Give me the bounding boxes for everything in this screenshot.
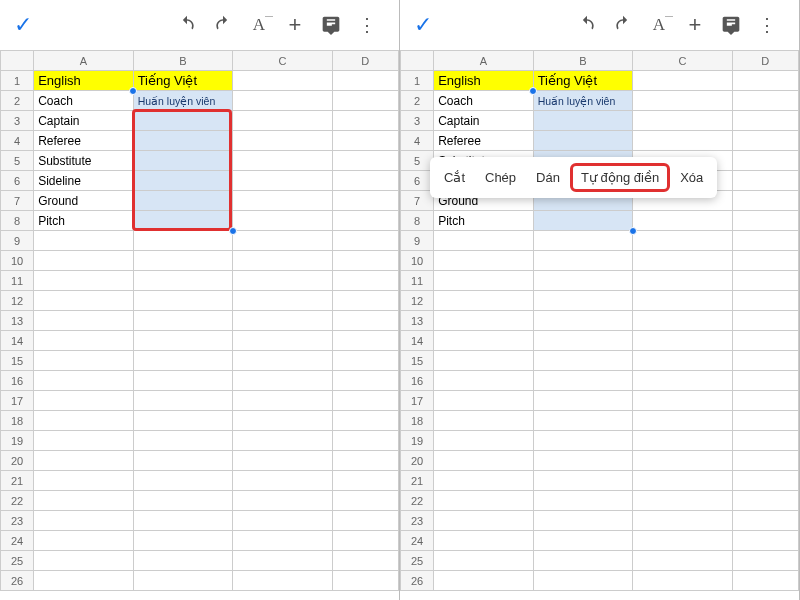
cell-D21[interactable] (332, 471, 398, 491)
cell-C5[interactable] (233, 151, 333, 171)
cell-B20[interactable] (133, 451, 233, 471)
cell-D24[interactable] (332, 531, 398, 551)
row-header[interactable]: 26 (401, 571, 434, 591)
cell-B2[interactable]: Huấn luyện viên (533, 91, 633, 111)
cell-C23[interactable] (633, 511, 733, 531)
row-header[interactable]: 4 (1, 131, 34, 151)
cell-A22[interactable] (34, 491, 134, 511)
cell-A4[interactable]: Referee (34, 131, 134, 151)
row-header[interactable]: 24 (1, 531, 34, 551)
cell-D21[interactable] (732, 471, 798, 491)
cell-A20[interactable] (434, 451, 534, 471)
column-header[interactable]: D (732, 51, 798, 71)
cell-B7[interactable] (133, 191, 233, 211)
cell-C13[interactable] (233, 311, 333, 331)
redo-icon[interactable] (605, 7, 641, 43)
comment-icon[interactable] (713, 7, 749, 43)
cell-A17[interactable] (434, 391, 534, 411)
more-icon[interactable]: ⋮ (349, 7, 385, 43)
column-header[interactable]: C (233, 51, 333, 71)
cell-D13[interactable] (732, 311, 798, 331)
cell-D26[interactable] (332, 571, 398, 591)
cell-C1[interactable] (633, 71, 733, 91)
cell-B24[interactable] (133, 531, 233, 551)
row-header[interactable]: 25 (1, 551, 34, 571)
cell-C13[interactable] (633, 311, 733, 331)
cell-B15[interactable] (533, 351, 633, 371)
cell-C22[interactable] (633, 491, 733, 511)
row-header[interactable]: 20 (1, 451, 34, 471)
cell-A22[interactable] (434, 491, 534, 511)
cell-D12[interactable] (332, 291, 398, 311)
column-header[interactable]: A (34, 51, 134, 71)
column-header[interactable]: D (332, 51, 398, 71)
cell-C3[interactable] (633, 111, 733, 131)
cell-B11[interactable] (133, 271, 233, 291)
cell-D3[interactable] (332, 111, 398, 131)
context-menu-item[interactable]: Dán (526, 164, 570, 191)
row-header[interactable]: 2 (1, 91, 34, 111)
cell-C17[interactable] (233, 391, 333, 411)
cell-D15[interactable] (332, 351, 398, 371)
cell-A17[interactable] (34, 391, 134, 411)
cell-B12[interactable] (133, 291, 233, 311)
cell-B14[interactable] (533, 331, 633, 351)
cell-A15[interactable] (34, 351, 134, 371)
row-header[interactable]: 10 (1, 251, 34, 271)
cell-B5[interactable] (133, 151, 233, 171)
cell-B9[interactable] (533, 231, 633, 251)
cell-C8[interactable] (633, 211, 733, 231)
cell-D3[interactable] (732, 111, 798, 131)
cell-D23[interactable] (332, 511, 398, 531)
context-menu-item[interactable]: Xóa (670, 164, 713, 191)
cell-A21[interactable] (34, 471, 134, 491)
cell-C25[interactable] (633, 551, 733, 571)
cell-A19[interactable] (34, 431, 134, 451)
row-header[interactable]: 25 (401, 551, 434, 571)
cell-C18[interactable] (633, 411, 733, 431)
row-header[interactable]: 4 (401, 131, 434, 151)
cell-C14[interactable] (633, 331, 733, 351)
comment-icon[interactable] (313, 7, 349, 43)
cell-C4[interactable] (233, 131, 333, 151)
cell-A18[interactable] (434, 411, 534, 431)
cell-B24[interactable] (533, 531, 633, 551)
cell-D5[interactable] (732, 151, 798, 171)
cell-D10[interactable] (732, 251, 798, 271)
cell-D8[interactable] (732, 211, 798, 231)
cell-B1[interactable]: Tiếng Việt (533, 71, 633, 91)
text-format-icon[interactable]: A— (641, 7, 677, 43)
cell-C23[interactable] (233, 511, 333, 531)
cell-D19[interactable] (732, 431, 798, 451)
undo-icon[interactable] (169, 7, 205, 43)
row-header[interactable]: 18 (1, 411, 34, 431)
cell-B19[interactable] (133, 431, 233, 451)
cell-D25[interactable] (332, 551, 398, 571)
cell-C26[interactable] (633, 571, 733, 591)
cell-C10[interactable] (633, 251, 733, 271)
cell-D16[interactable] (732, 371, 798, 391)
cell-D9[interactable] (732, 231, 798, 251)
context-menu-item[interactable]: Tự động điền (570, 163, 670, 192)
row-header[interactable]: 23 (401, 511, 434, 531)
cell-B4[interactable] (133, 131, 233, 151)
cell-A21[interactable] (434, 471, 534, 491)
cell-A2[interactable]: Coach (34, 91, 134, 111)
cell-B1[interactable]: Tiếng Việt (133, 71, 233, 91)
cell-A12[interactable] (34, 291, 134, 311)
row-header[interactable]: 6 (1, 171, 34, 191)
undo-icon[interactable] (569, 7, 605, 43)
cell-C21[interactable] (233, 471, 333, 491)
cell-B20[interactable] (533, 451, 633, 471)
row-header[interactable]: 6 (401, 171, 434, 191)
cell-D1[interactable] (732, 71, 798, 91)
cell-C26[interactable] (233, 571, 333, 591)
cell-D7[interactable] (732, 191, 798, 211)
cell-C22[interactable] (233, 491, 333, 511)
column-header[interactable]: A (434, 51, 534, 71)
cell-C16[interactable] (633, 371, 733, 391)
cell-B26[interactable] (133, 571, 233, 591)
cell-C20[interactable] (633, 451, 733, 471)
row-header[interactable]: 9 (401, 231, 434, 251)
more-icon[interactable]: ⋮ (749, 7, 785, 43)
